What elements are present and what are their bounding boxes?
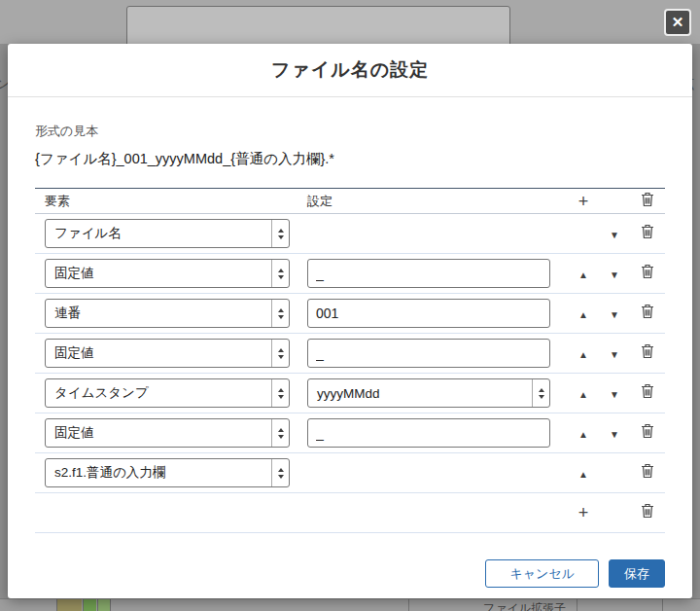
- element-type-select[interactable]: 固定値: [45, 418, 290, 448]
- background-text-fragment: ファイル拡張子: [483, 600, 566, 611]
- elements-table: 要素 設定 + ファイル名: [35, 188, 665, 533]
- move-up-button[interactable]: ▲: [578, 350, 588, 360]
- background-gridline: [662, 599, 663, 611]
- table-row: s2.f1.普通の入力欄 ▲: [35, 453, 665, 493]
- element-type-value: 固定値: [46, 265, 94, 282]
- move-down-button[interactable]: ▼: [610, 310, 619, 320]
- add-element-button[interactable]: +: [578, 504, 589, 521]
- element-type-value: 連番: [46, 305, 81, 322]
- element-type-select[interactable]: s2.f1.普通の入力欄: [45, 458, 290, 487]
- element-type-select[interactable]: ファイル名: [45, 219, 290, 248]
- delete-row-button[interactable]: [641, 224, 654, 239]
- trash-icon: [641, 463, 654, 479]
- down-arrow-icon: ▼: [610, 270, 619, 280]
- add-row: +: [35, 493, 665, 533]
- trash-icon: [641, 383, 654, 399]
- element-column-header: 要素: [35, 193, 307, 210]
- background-table-cell: [56, 599, 82, 611]
- move-down-button[interactable]: ▼: [610, 350, 619, 360]
- setting-input[interactable]: [307, 339, 550, 368]
- select-arrows-icon: [271, 379, 289, 407]
- select-arrows-icon: [271, 340, 289, 367]
- table-row: 固定値 ▲ ▼: [35, 334, 665, 374]
- down-arrow-icon: ▼: [610, 230, 619, 240]
- move-down-button[interactable]: ▼: [610, 430, 619, 440]
- table-row: タイムスタンプ yyyyMMdd ▲ ▼: [35, 374, 665, 413]
- dialog-body: 形式の見本 {ファイル名}_001_yyyyMMdd_{普通の入力欄}.* 要素…: [8, 97, 692, 559]
- delete-row-button[interactable]: [641, 503, 654, 519]
- select-arrows-icon: [271, 459, 289, 486]
- element-type-value: s2.f1.普通の入力欄: [46, 464, 165, 482]
- trash-icon: [641, 304, 654, 319]
- table-row: 固定値 ▲ ▼: [35, 254, 665, 294]
- setting-input[interactable]: [307, 259, 550, 288]
- background-gridline: [408, 599, 409, 611]
- trash-icon: [641, 224, 654, 239]
- dialog-header: ファイル名の設定: [8, 44, 692, 97]
- setting-input[interactable]: [307, 299, 550, 328]
- close-button[interactable]: ✕: [664, 9, 691, 36]
- format-sample-label: 形式の見本: [35, 123, 665, 140]
- table-row: 固定値 ▲ ▼: [35, 413, 665, 453]
- trash-icon: [641, 423, 654, 439]
- dialog-title: ファイル名の設定: [271, 57, 429, 83]
- trash-icon: [641, 264, 654, 279]
- element-type-select[interactable]: 固定値: [45, 259, 290, 288]
- add-element-button[interactable]: +: [578, 193, 589, 210]
- delete-all-button[interactable]: [641, 192, 654, 207]
- select-arrows-icon: [532, 379, 549, 407]
- element-type-value: タイムスタンプ: [46, 384, 149, 402]
- element-type-value: ファイル名: [46, 225, 122, 242]
- background-page-top: [0, 0, 700, 44]
- down-arrow-icon: ▼: [610, 349, 619, 360]
- move-up-button[interactable]: ▲: [578, 390, 588, 400]
- delete-row-button[interactable]: [641, 264, 654, 279]
- up-arrow-icon: ▲: [578, 389, 588, 400]
- cancel-button[interactable]: キャンセル: [485, 559, 599, 588]
- delete-row-button[interactable]: [641, 304, 654, 319]
- down-arrow-icon: ▼: [610, 309, 619, 320]
- table-row: 連番 ▲ ▼: [35, 294, 665, 334]
- delete-row-button[interactable]: [641, 463, 654, 479]
- save-button[interactable]: 保存: [609, 559, 665, 588]
- select-arrows-icon: [271, 260, 289, 287]
- delete-row-button[interactable]: [641, 423, 654, 439]
- trash-icon: [641, 343, 654, 359]
- up-arrow-icon: ▲: [578, 309, 588, 320]
- close-icon: ✕: [672, 14, 684, 30]
- setting-input[interactable]: [307, 418, 550, 448]
- down-arrow-icon: ▼: [610, 429, 619, 440]
- move-down-button[interactable]: ▼: [610, 270, 619, 280]
- dialog-footer: キャンセル 保存: [8, 559, 692, 598]
- background-table-cell: [83, 599, 96, 611]
- up-arrow-icon: ▲: [578, 270, 588, 280]
- up-arrow-icon: ▲: [578, 429, 588, 440]
- move-up-button[interactable]: ▲: [578, 470, 588, 480]
- move-up-button[interactable]: ▲: [578, 310, 588, 320]
- move-up-button[interactable]: ▲: [578, 270, 588, 280]
- setting-column-header: 設定: [307, 193, 568, 210]
- table-row: ファイル名 ▼: [35, 214, 665, 254]
- background-gridline: [577, 599, 578, 611]
- move-down-button[interactable]: ▼: [610, 390, 619, 400]
- plus-icon: +: [578, 503, 589, 522]
- background-table-cell: [97, 599, 111, 611]
- up-arrow-icon: ▲: [578, 349, 588, 360]
- trash-icon: [641, 192, 654, 207]
- element-type-select[interactable]: 固定値: [45, 339, 290, 368]
- up-arrow-icon: ▲: [578, 469, 588, 480]
- delete-row-button[interactable]: [641, 383, 654, 399]
- element-type-select[interactable]: 連番: [45, 299, 290, 328]
- element-type-value: 固定値: [46, 424, 94, 442]
- select-arrows-icon: [271, 220, 289, 247]
- plus-icon: +: [578, 192, 589, 211]
- trash-icon: [641, 503, 654, 519]
- background-page-bottom: ファイル拡張子: [0, 598, 700, 611]
- table-header-row: 要素 設定 +: [35, 188, 665, 214]
- delete-row-button[interactable]: [641, 343, 654, 359]
- move-up-button[interactable]: ▲: [578, 430, 588, 440]
- format-sample-value: {ファイル名}_001_yyyyMMdd_{普通の入力欄}.*: [35, 150, 665, 168]
- element-type-select[interactable]: タイムスタンプ: [45, 378, 290, 408]
- setting-select[interactable]: yyyyMMdd: [307, 378, 550, 408]
- move-down-button[interactable]: ▼: [610, 231, 619, 240]
